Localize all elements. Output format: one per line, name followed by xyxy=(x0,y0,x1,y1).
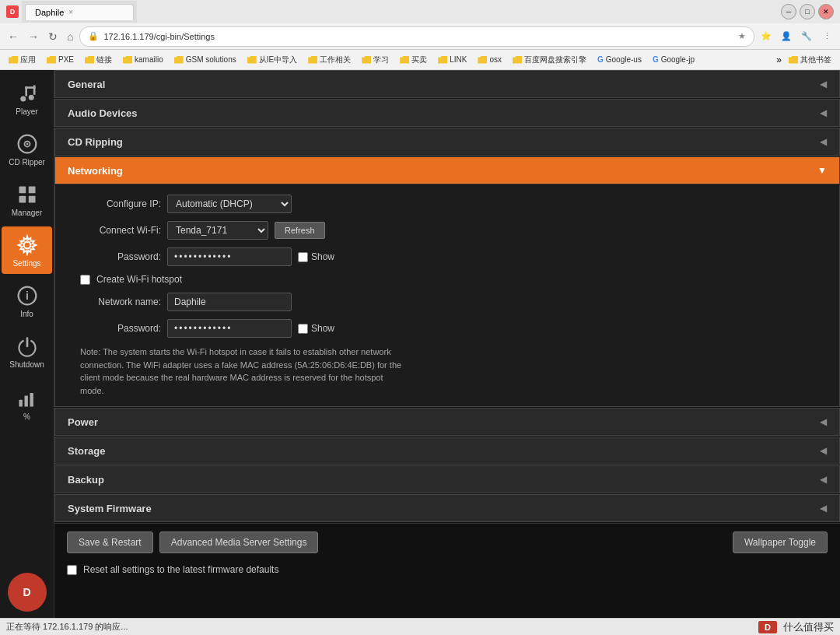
section-general-title: General xyxy=(68,79,105,90)
wifi-password-row: Password: Show xyxy=(68,247,827,266)
wifi-refresh-button[interactable]: Refresh xyxy=(275,222,325,239)
sidebar-item-player[interactable]: Player xyxy=(2,75,52,122)
hotspot-show-row: Show xyxy=(298,323,334,334)
section-firmware-arrow: ◀ xyxy=(820,503,827,514)
bookmark-work[interactable]: 工作相关 xyxy=(304,53,355,67)
info-circle-icon: i xyxy=(16,285,38,307)
nav-icon-1[interactable]: ⭐ xyxy=(758,28,775,45)
address-bar[interactable]: 🔒 172.16.1.179/cgi-bin/Settings ★ xyxy=(79,26,754,47)
wallpaper-toggle-button[interactable]: Wallpaper Toggle xyxy=(733,532,828,553)
section-audio-arrow: ◀ xyxy=(820,107,827,118)
minimize-btn[interactable]: ─ xyxy=(781,4,796,19)
status-brand-text: 什么值得买 xyxy=(783,620,834,634)
cd-ripper-label: CD Ripper xyxy=(9,158,45,167)
nav-icon-3[interactable]: 🔧 xyxy=(798,28,815,45)
nav-icon-4[interactable]: ⋮ xyxy=(818,28,835,45)
configure-ip-row: Configure IP: Automatic (DHCP) Static xyxy=(68,195,827,213)
status-text: 正在等待 172.16.1.179 的响应... xyxy=(6,621,128,633)
wifi-password-input[interactable] xyxy=(167,247,292,266)
bookmark-study[interactable]: 学习 xyxy=(358,53,393,67)
bookmark-links[interactable]: 链接 xyxy=(81,53,116,67)
sidebar-item-settings[interactable]: Settings xyxy=(2,226,52,274)
reset-checkbox[interactable] xyxy=(67,565,77,575)
connect-wifi-label: Connect Wi-Fi: xyxy=(68,225,161,236)
settings-icon xyxy=(15,233,40,258)
wifi-show-label: Show xyxy=(311,251,334,262)
section-storage-title: Storage xyxy=(68,445,105,457)
status-bar: 正在等待 172.16.1.179 的响应... D 什么值得买 xyxy=(0,618,840,635)
bookmark-baidu[interactable]: 百度网盘搜索引擎 xyxy=(509,53,590,67)
create-hotspot-row: Create Wi-Fi hotspot xyxy=(80,274,827,285)
section-general[interactable]: General ◀ xyxy=(54,70,840,98)
section-backup-arrow: ◀ xyxy=(820,474,827,485)
bookmark-apps[interactable]: 应用 xyxy=(5,53,40,67)
section-storage[interactable]: Storage ◀ xyxy=(54,437,840,465)
sidebar-item-shutdown[interactable]: Shutdown xyxy=(2,328,52,375)
sidebar-item-info[interactable]: i Info xyxy=(2,277,52,325)
info-icon: i xyxy=(15,283,40,308)
section-system-firmware-title: System Firmware xyxy=(68,503,152,514)
active-tab[interactable]: Daphile × xyxy=(25,4,134,20)
refresh-button[interactable]: ↻ xyxy=(45,29,61,44)
bookmark-trade[interactable]: 买卖 xyxy=(396,53,431,67)
sidebar-item-percent[interactable]: % xyxy=(2,380,52,427)
hotspot-password-input[interactable] xyxy=(167,319,292,338)
music-note-icon xyxy=(16,82,38,104)
advanced-media-button[interactable]: Advanced Media Server Settings xyxy=(159,532,319,553)
svg-rect-11 xyxy=(28,196,35,203)
section-audio-devices[interactable]: Audio Devices ◀ xyxy=(54,99,840,127)
configure-ip-select[interactable]: Automatic (DHCP) Static xyxy=(167,195,292,213)
bookmarks-bar: 应用 PXE 链接 kamailio GSM solutions 从IE中导入 … xyxy=(0,50,840,70)
network-name-input[interactable] xyxy=(167,293,292,311)
cd-icon xyxy=(16,133,38,155)
bookmark-osx[interactable]: osx xyxy=(474,54,506,65)
bookmark-google-us[interactable]: GGoogle-us xyxy=(593,54,646,65)
svg-rect-16 xyxy=(24,396,27,407)
manager-icon xyxy=(15,182,40,207)
url-text: 172.16.1.179/cgi-bin/Settings xyxy=(103,32,733,41)
bottom-bar: Save & Restart Advanced Media Server Set… xyxy=(54,523,840,561)
section-backup[interactable]: Backup ◀ xyxy=(54,465,840,493)
tab-close-btn[interactable]: × xyxy=(68,8,73,16)
svg-rect-10 xyxy=(19,196,26,203)
section-networking[interactable]: Networking ▼ xyxy=(54,156,840,184)
wifi-select[interactable]: Tenda_7171 xyxy=(167,221,268,240)
create-hotspot-label: Create Wi-Fi hotspot xyxy=(96,274,182,285)
save-restart-button[interactable]: Save & Restart xyxy=(67,532,153,553)
back-button[interactable]: ← xyxy=(5,29,22,44)
close-btn[interactable]: ✕ xyxy=(818,4,834,19)
wifi-show-password-row: Show xyxy=(298,251,334,262)
bookmark-google-jp[interactable]: GGoogle-jp xyxy=(649,54,698,65)
tab-bar: Daphile × xyxy=(22,1,137,23)
bookmark-gsm[interactable]: GSM solutions xyxy=(170,54,240,65)
network-name-row: Network name: xyxy=(68,293,827,311)
section-system-firmware[interactable]: System Firmware ◀ xyxy=(54,494,840,522)
daphile-logo[interactable]: D xyxy=(8,573,47,612)
maximize-btn[interactable]: □ xyxy=(800,4,815,19)
bookmark-ie[interactable]: 从IE中导入 xyxy=(243,53,301,67)
create-hotspot-checkbox[interactable] xyxy=(80,275,90,285)
svg-point-0 xyxy=(20,96,26,102)
bookmark-others[interactable]: 其他书签 xyxy=(785,53,835,67)
sidebar-item-manager[interactable]: Manager xyxy=(2,176,52,223)
reset-row: Reset all settings to the latest firmwar… xyxy=(54,561,840,581)
hotspot-show-checkbox[interactable] xyxy=(298,324,308,334)
svg-point-1 xyxy=(28,95,33,100)
forward-button[interactable]: → xyxy=(25,29,42,44)
grid-icon xyxy=(16,184,38,205)
bookmark-pxe[interactable]: PXE xyxy=(43,54,78,65)
wifi-show-checkbox[interactable] xyxy=(298,252,308,262)
section-cd-arrow: ◀ xyxy=(820,136,827,147)
home-button[interactable]: ⌂ xyxy=(64,29,76,44)
bookmark-link[interactable]: LINK xyxy=(434,54,471,65)
section-cd-ripping[interactable]: CD Ripping ◀ xyxy=(54,128,840,156)
bookmark-kamailio[interactable]: kamailio xyxy=(119,54,167,65)
nav-icon-2[interactable]: 👤 xyxy=(778,28,795,45)
sidebar: Player CD Ripper Manager xyxy=(0,70,54,618)
svg-point-12 xyxy=(23,242,30,249)
section-power[interactable]: Power ◀ xyxy=(54,408,840,436)
network-name-label: Network name: xyxy=(68,296,161,307)
section-networking-title: Networking xyxy=(68,165,123,177)
sidebar-item-cd-ripper[interactable]: CD Ripper xyxy=(2,125,52,173)
manager-label: Manager xyxy=(12,209,42,217)
